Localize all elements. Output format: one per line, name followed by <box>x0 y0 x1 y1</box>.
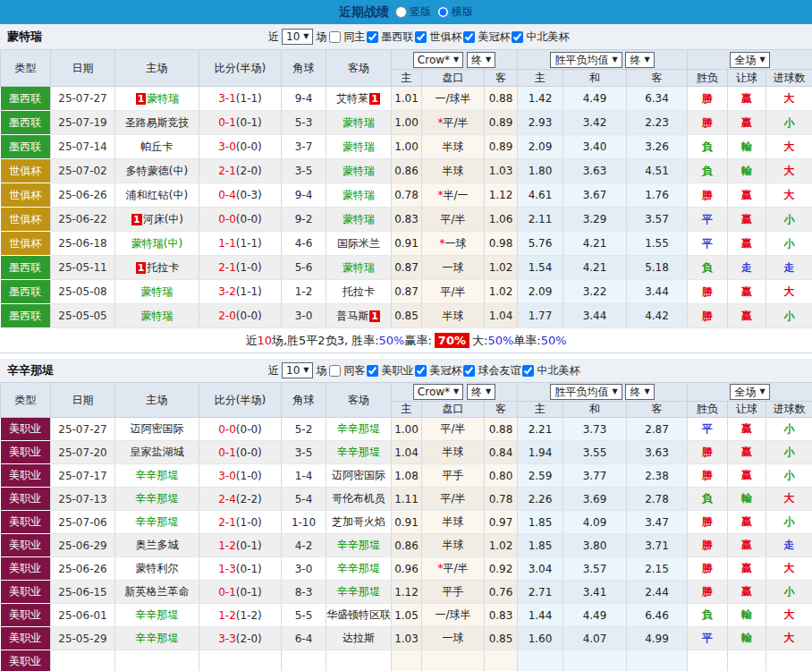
away-team-name: 迈阿密国际 <box>332 469 385 481</box>
league-filter-option[interactable]: 中北美杯 <box>512 30 569 45</box>
final-avg-select[interactable]: 终▼ <box>625 384 654 400</box>
handicap-cell: *平/半 <box>422 557 485 581</box>
fulltime-score: 0-1 <box>218 446 236 459</box>
final-avg-select[interactable]: 终▼ <box>625 52 654 68</box>
avg-home-cell: 2.71 <box>518 581 563 604</box>
fulltime-select[interactable]: 全场▼ <box>730 52 769 68</box>
league-checkbox[interactable] <box>463 365 475 377</box>
star-marker: * <box>437 189 443 201</box>
league-filter-option[interactable]: 世俱杯 <box>415 30 461 45</box>
star-marker: * <box>440 237 445 250</box>
league-checkbox[interactable] <box>415 31 427 43</box>
bookmaker-select[interactable]: Crow*▼ <box>413 384 463 400</box>
home-odds-cell: 1.01 <box>392 87 422 111</box>
home-team-cell: 辛辛那堤 <box>115 627 199 650</box>
home-team-name: 蒙特瑞 <box>141 310 173 322</box>
league-checkbox[interactable] <box>367 365 378 377</box>
league-checkbox[interactable] <box>522 365 534 377</box>
score-cell: 1-2(1-2) <box>199 604 282 627</box>
fulltime-select[interactable]: 全场▼ <box>730 384 769 400</box>
near-label: 近 <box>268 363 279 378</box>
final-odds-select[interactable]: 终▼ <box>467 52 495 68</box>
away-team-cell: 蒙特瑞 <box>326 159 392 183</box>
league-checkbox[interactable] <box>367 31 378 43</box>
handicap-cell: 半球 <box>422 511 485 534</box>
result-value: 小 <box>784 585 795 598</box>
date-cell: 25-07-27 <box>51 418 115 441</box>
league-filter-option[interactable]: 美冠杯 <box>415 363 461 378</box>
match-row: 墨西联25-05-111托拉卡2-1(1-0)5-6蒙特瑞0.87一球1.021… <box>1 256 812 280</box>
result-value: 勝 <box>702 189 713 201</box>
result-value: 贏 <box>741 539 752 551</box>
league-filter-option[interactable]: 墨西联 <box>367 30 413 45</box>
layout-vertical-option[interactable]: 竖版 <box>395 4 431 20</box>
corner-cell: 9-4 <box>282 87 326 111</box>
avg-home-cell: 1.85 <box>518 511 563 534</box>
date-cell: 25-07-20 <box>51 441 115 464</box>
score-cell: 2-4(2-2) <box>199 488 282 511</box>
avg-draw-cell: 3.57 <box>563 557 627 581</box>
col-header-avg-home: 主 <box>518 70 563 87</box>
halftime-score: (1-2) <box>236 609 262 622</box>
match-row: 美职业25-05-29辛辛那堤3-3(2-0)6-4达拉斯1.03一球0.851… <box>1 627 812 650</box>
layout-vertical-radio[interactable] <box>395 6 407 18</box>
same-venue-checkbox[interactable] <box>329 31 341 43</box>
result-handicap-cell: 輸 <box>728 627 766 650</box>
away-team-cell: 芝加哥火焰 <box>326 511 392 534</box>
result-value: 小 <box>784 237 795 250</box>
league-checkbox[interactable] <box>415 365 427 377</box>
league-checkbox[interactable] <box>512 31 523 43</box>
league-filter-option[interactable]: 美职业 <box>367 363 413 378</box>
match-row: 美职业25-06-15新英格兰革命0-1(0-1)8-3辛辛那堤1.12平手0.… <box>1 581 812 604</box>
home-team-name: 新英格兰革命 <box>125 585 190 598</box>
result-value: 勝 <box>702 585 713 598</box>
date-cell: 25-07-06 <box>51 511 115 534</box>
league-badge: 美职业 <box>1 650 51 671</box>
final-odds-select[interactable]: 终▼ <box>467 384 495 400</box>
league-filter-option[interactable]: 中北美杯 <box>522 363 579 378</box>
layout-horizontal-option[interactable]: 横版 <box>437 4 473 20</box>
result-value: 贏 <box>741 92 752 105</box>
summary-segment: 10 <box>257 334 272 347</box>
result-wdl-cell: 勝 <box>688 581 728 604</box>
avg-away-cell: 3.57 <box>627 208 688 232</box>
home-odds-cell: 0.87 <box>392 256 422 280</box>
bookmaker-select[interactable]: Crow*▼ <box>413 52 463 68</box>
avg-odds-select[interactable]: 胜平负均值▼ <box>550 52 622 68</box>
handicap-cell: 一/球半 <box>422 87 485 111</box>
league-filter-option[interactable]: 美冠杯 <box>463 30 510 45</box>
home-team-cell: 多特蒙德(中) <box>115 159 199 183</box>
fulltime-score: 0-0 <box>218 213 236 225</box>
chevron-down-icon: ▼ <box>644 53 649 67</box>
avg-odds-select[interactable]: 胜平负均值▼ <box>550 384 622 400</box>
score-cell: 3-2(1-1) <box>199 280 282 304</box>
layout-horizontal-label: 横版 <box>452 4 473 20</box>
halftime-score: (0-0) <box>236 446 262 459</box>
result-goals-cell: 大 <box>766 135 812 159</box>
corner-cell: 5-5 <box>282 604 326 627</box>
result-goals-cell: 小 <box>766 581 812 604</box>
fulltime-score: 0-0 <box>218 423 236 436</box>
match-count-select[interactable]: 10▼ <box>282 29 313 45</box>
home-odds-cell <box>392 650 422 671</box>
league-badge: 世俱杯 <box>1 159 51 183</box>
league-checkbox[interactable] <box>463 31 475 43</box>
same-venue-option[interactable]: 同主 <box>329 30 365 45</box>
same-venue-option[interactable]: 同客 <box>329 363 365 378</box>
fulltime-score: 0-4 <box>218 189 236 201</box>
handicap-cell: 一球 <box>422 256 485 280</box>
home-odds-cell: 0.96 <box>392 557 422 581</box>
home-team-cell: 迈阿密国际 <box>115 418 199 441</box>
same-venue-checkbox[interactable] <box>329 365 341 377</box>
avg-home-cell: 1.80 <box>518 159 563 183</box>
match-count-select[interactable]: 10▼ <box>282 362 313 378</box>
corner-cell: 3-5 <box>282 159 326 183</box>
chevron-down-icon: ▼ <box>453 385 459 399</box>
result-goals-cell: 走 <box>766 256 812 280</box>
result-value: 大 <box>784 562 795 574</box>
result-value: 贏 <box>741 469 752 481</box>
result-wdl-cell: 勝 <box>688 304 728 328</box>
result-handicap-cell: 贏 <box>728 581 766 604</box>
league-filter-option[interactable]: 球会友谊 <box>463 363 520 378</box>
layout-horizontal-radio[interactable] <box>437 6 449 18</box>
